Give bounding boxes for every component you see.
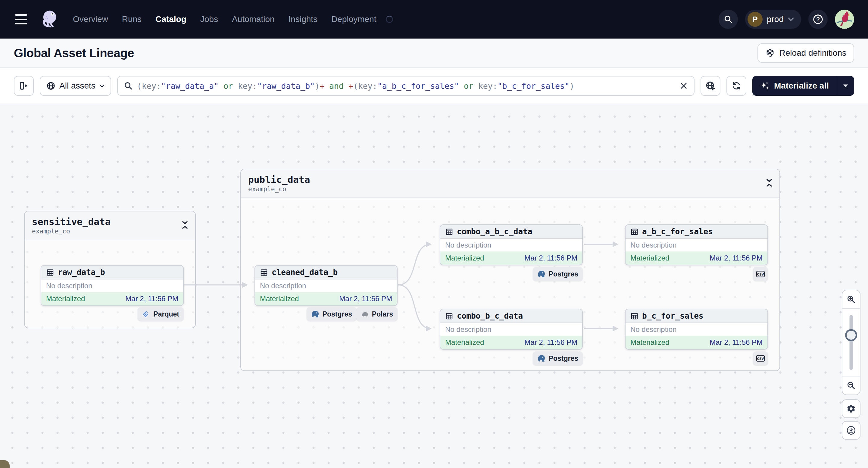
zoom-out-icon xyxy=(847,381,856,390)
question-mark-icon: ? xyxy=(813,14,823,24)
asset-name: b_c_for_sales xyxy=(642,311,704,320)
zoom-slider-track[interactable] xyxy=(849,315,853,370)
zoom-in-button[interactable] xyxy=(842,290,860,309)
zoom-controls xyxy=(842,290,861,395)
user-avatar[interactable] xyxy=(835,10,854,29)
materialize-all-label: Materialize all xyxy=(774,81,829,91)
asset-scope-dropdown[interactable]: All assets xyxy=(40,76,111,96)
asset-name: cleaned_data_b xyxy=(272,268,338,277)
asset-timestamp: Mar 2, 11:56 PM xyxy=(524,254,577,262)
tag-csv[interactable]: CSV xyxy=(753,267,768,281)
group-name: sensitive_data xyxy=(32,216,188,227)
postgres-icon xyxy=(537,270,546,278)
primary-nav-links: Overview Runs Catalog Jobs Automation In… xyxy=(73,14,393,24)
asset-node-a_b_c_for_sales[interactable]: a_b_c_for_sales No description Materiali… xyxy=(625,224,768,265)
gear-icon xyxy=(846,404,856,413)
reload-definitions-button[interactable]: Reload definitions xyxy=(757,43,854,63)
group-location: example_co xyxy=(248,186,772,193)
new-tab-globe-button[interactable] xyxy=(701,76,720,96)
tag-label: Polars xyxy=(372,310,393,318)
nav-link-catalog[interactable]: Catalog xyxy=(155,14,186,24)
deployment-avatar: P xyxy=(747,12,763,27)
chevron-down-icon xyxy=(788,18,794,21)
table-icon xyxy=(445,228,453,236)
tag-polars[interactable]: Polars xyxy=(356,307,398,321)
chevron-down-icon xyxy=(99,84,104,88)
materialize-all-button[interactable]: Materialize all xyxy=(752,76,837,96)
panel-expand-icon xyxy=(19,81,29,91)
asset-scope-label: All assets xyxy=(59,81,95,91)
asset-node-combo_b_c_data[interactable]: combo_b_c_data No description Materializ… xyxy=(440,309,583,350)
materialize-options-button[interactable] xyxy=(837,76,854,96)
bird-avatar-icon xyxy=(835,10,854,29)
refresh-icon xyxy=(732,81,741,91)
collapse-group-button[interactable] xyxy=(181,220,189,229)
asset-status: Materialized xyxy=(46,294,85,303)
nav-link-insights[interactable]: Insights xyxy=(288,14,318,24)
close-icon xyxy=(679,82,688,90)
asset-timestamp: Mar 2, 11:56 PM xyxy=(710,338,763,347)
collapse-icon xyxy=(181,220,189,229)
svg-text:?: ? xyxy=(816,16,820,23)
deployment-switcher[interactable]: P prod xyxy=(745,10,801,29)
nav-link-automation[interactable]: Automation xyxy=(232,14,275,24)
menu-icon[interactable] xyxy=(14,13,28,25)
group-header: sensitive_data example_co xyxy=(25,211,195,240)
asset-description: No description xyxy=(630,241,677,249)
table-icon xyxy=(260,268,268,277)
table-icon xyxy=(46,268,54,277)
tag-postgres[interactable]: Postgres xyxy=(533,267,583,281)
zoom-slider[interactable] xyxy=(842,309,860,376)
polars-bear-icon xyxy=(361,310,369,318)
csv-file-icon: CSV xyxy=(756,270,765,278)
asset-status: Materialized xyxy=(630,338,669,347)
postgres-icon xyxy=(311,310,319,318)
asset-name: a_b_c_for_sales xyxy=(642,227,713,236)
asset-name: combo_a_b_c_data xyxy=(457,227,532,236)
asset-status: Materialized xyxy=(260,294,299,303)
nav-link-overview[interactable]: Overview xyxy=(73,14,108,24)
nav-link-runs[interactable]: Runs xyxy=(122,14,142,24)
asset-name: raw_data_b xyxy=(58,268,105,277)
page-title: Global Asset Lineage xyxy=(14,46,134,60)
sparkles-icon xyxy=(760,81,770,91)
asset-description: No description xyxy=(46,282,92,290)
asset-description: No description xyxy=(630,325,677,334)
asset-node-cleaned_data_b[interactable]: cleaned_data_b No description Materializ… xyxy=(254,265,398,306)
collapse-group-button[interactable] xyxy=(766,178,773,187)
asset-filter-input[interactable]: (key:"raw_data_a" or key:"raw_data_b")+ … xyxy=(117,76,694,96)
asset-timestamp: Mar 2, 11:56 PM xyxy=(339,294,392,303)
loading-spinner-icon xyxy=(386,15,393,23)
asset-node-combo_a_b_c_data[interactable]: combo_a_b_c_data No description Material… xyxy=(440,224,583,265)
tag-csv[interactable]: CSV xyxy=(753,351,768,365)
svg-text:CSV: CSV xyxy=(757,357,764,361)
graph-settings-button[interactable] xyxy=(842,399,861,418)
asset-description: No description xyxy=(445,241,491,249)
minimap-corner xyxy=(0,460,10,468)
nav-link-deployment[interactable]: Deployment xyxy=(331,14,376,24)
asset-description: No description xyxy=(445,325,491,334)
download-icon xyxy=(846,426,856,435)
tag-postgres[interactable]: Postgres xyxy=(307,307,356,321)
search-button[interactable] xyxy=(719,10,738,29)
reload-definitions-label: Reload definitions xyxy=(779,48,846,58)
zoom-out-button[interactable] xyxy=(842,376,860,395)
asset-status: Materialized xyxy=(630,254,669,262)
dagster-logo-icon[interactable] xyxy=(39,7,60,31)
asset-timestamp: Mar 2, 11:56 PM xyxy=(524,338,577,347)
tag-postgres[interactable]: Postgres xyxy=(533,351,583,365)
postgres-icon xyxy=(537,354,546,363)
tag-parquet[interactable]: Parquet xyxy=(137,307,184,321)
open-panel-button[interactable] xyxy=(14,76,34,96)
zoom-slider-thumb[interactable] xyxy=(845,329,857,341)
deployment-name: prod xyxy=(767,14,784,24)
nav-link-jobs[interactable]: Jobs xyxy=(200,14,218,24)
lineage-canvas[interactable]: sensitive_data example_co public_data ex… xyxy=(0,104,868,468)
asset-node-b_c_for_sales[interactable]: b_c_for_sales No description Materialize… xyxy=(625,309,768,350)
asset-node-raw_data_b[interactable]: raw_data_b No description Materialized M… xyxy=(41,265,184,306)
download-graph-button[interactable] xyxy=(842,421,861,440)
refresh-button[interactable] xyxy=(726,76,746,96)
clear-filter-button[interactable] xyxy=(679,82,688,90)
globe-icon xyxy=(46,81,55,90)
help-button[interactable]: ? xyxy=(808,10,828,29)
